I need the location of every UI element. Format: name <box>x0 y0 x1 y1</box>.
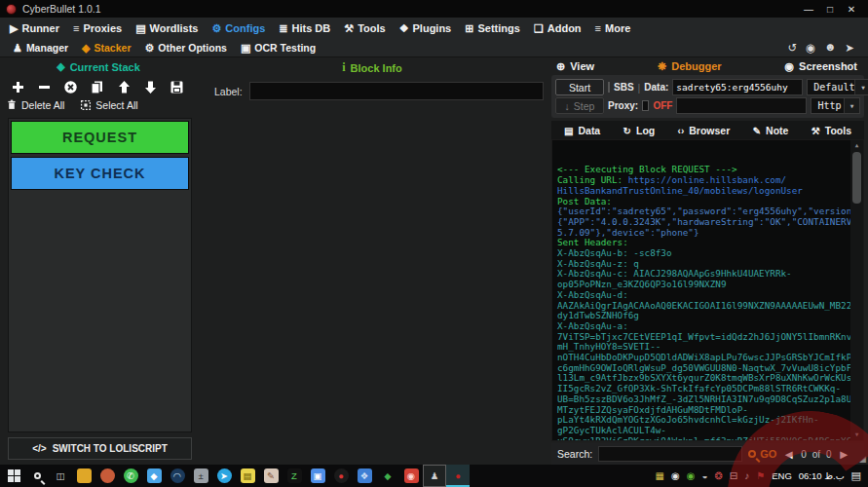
scrollbar-thumb[interactable] <box>852 152 861 204</box>
telegram[interactable]: ➤ <box>212 465 236 487</box>
next-match-button[interactable]: ► <box>838 447 850 462</box>
stack-block-list[interactable]: REQUESTKEY CHECK <box>8 118 192 432</box>
debugger-log[interactable]: <--- Executing Block REQUEST --->Calling… <box>551 139 864 441</box>
file-explorer[interactable] <box>72 465 95 487</box>
tray-updater-icon[interactable]: ◒ <box>701 470 707 481</box>
submenu-item-stacker[interactable]: ◈Stacker <box>75 39 137 56</box>
menu-item-hits-db[interactable]: ≣Hits DB <box>272 18 337 39</box>
tray-grid-icon[interactable]: ▦ <box>655 470 663 481</box>
taskbar-search[interactable] <box>25 465 49 487</box>
search-input[interactable] <box>598 446 742 462</box>
telegram-icon[interactable]: ➤ <box>845 41 854 55</box>
menu-item-more[interactable]: ≡More <box>588 18 638 39</box>
clear-blocks-icon[interactable] <box>62 79 79 94</box>
camera-icon[interactable]: ◉ <box>806 41 815 55</box>
tray-eye-icon[interactable]: ◉ <box>671 470 680 481</box>
proxy-type-dropdown[interactable]: Http ▼ <box>811 97 860 114</box>
screenshot-tab[interactable]: ◉Screenshot <box>784 60 857 73</box>
close-button[interactable]: ✕ <box>841 1 862 17</box>
cyberbullet-app[interactable]: ● <box>446 465 470 487</box>
tray-swirl-icon[interactable]: ❂ <box>714 470 722 481</box>
step-arrow-icon: ↓ <box>565 100 570 112</box>
sbs-checkbox[interactable] <box>608 82 610 93</box>
search-go-button[interactable]: GO <box>748 448 776 460</box>
menu-item-proxies[interactable]: ≡Proxies <box>66 18 129 39</box>
move-up-icon[interactable] <box>116 79 132 94</box>
stack-block-request[interactable]: REQUEST <box>11 121 189 154</box>
minimize-button[interactable]: — <box>798 1 819 17</box>
tab-data[interactable]: ▤Data <box>564 125 600 136</box>
prev-match-button[interactable]: ◄ <box>782 447 795 462</box>
menu-item-tools[interactable]: ⚒Tools <box>337 18 392 39</box>
app-gray[interactable]: ± <box>189 465 212 487</box>
wordlist-type-dropdown[interactable]: Default ▼ <box>807 79 868 95</box>
resize-grip[interactable]: ◢ <box>859 454 866 464</box>
log-segment: AAZAkAiQgrIAgACAAoAQ0EKACIGOAI16l99NXZN9… <box>557 300 864 311</box>
data-input[interactable] <box>672 79 803 95</box>
start-button[interactable]: Start <box>555 79 604 95</box>
tab-log[interactable]: ↻Log <box>623 125 656 136</box>
notes-app[interactable]: ▤ <box>236 465 259 487</box>
menu-item-addon[interactable]: ❑Addon <box>527 18 588 39</box>
whatsapp[interactable]: ✆ <box>119 465 142 487</box>
taskbar: ◫✆◆◠±➤▤✎Z▣●❖◆◉♟● ▦◉◉◒❂⊟♪⚑ ENG 06:10 ب.ظ … <box>0 465 868 487</box>
sbs-label: SBS <box>614 82 634 93</box>
add-block-icon[interactable] <box>10 79 26 94</box>
menu-item-settings[interactable]: ⊞Settings <box>458 18 527 39</box>
history-icon[interactable]: ↺ <box>788 41 798 55</box>
tray-flag-icon[interactable]: ⚑ <box>756 470 765 481</box>
scroll-down-icon[interactable]: ▼ <box>855 430 859 440</box>
app-blue-gem[interactable]: ◆ <box>142 465 166 487</box>
menu-item-runner[interactable]: ▶Runner <box>3 18 66 39</box>
browser-app[interactable] <box>95 465 119 487</box>
step-button[interactable]: ↓ Step <box>555 97 604 114</box>
stack-block-key-check[interactable]: KEY CHECK <box>11 157 189 190</box>
delete-all-button[interactable]: Delete All <box>6 98 64 111</box>
clock[interactable]: 06:10 ب.ظ <box>799 470 845 481</box>
document-icon: ▤ <box>564 126 573 136</box>
menu-item-plugins[interactable]: ❖Plugins <box>393 18 459 39</box>
start-button[interactable] <box>2 465 25 487</box>
proxies-icon: ≡ <box>73 22 79 34</box>
recorder[interactable]: ● <box>329 465 353 487</box>
proxy-checkbox[interactable] <box>642 100 649 111</box>
maximize-button[interactable]: □ <box>819 1 841 17</box>
clone-block-icon[interactable] <box>89 79 105 94</box>
tab-note[interactable]: ✎Note <box>753 125 789 136</box>
view-tab[interactable]: ⊕View <box>556 60 594 73</box>
submenu-item-other-options[interactable]: ⚙Other Options <box>137 39 233 56</box>
discord-icon[interactable]: ☻ <box>824 41 836 55</box>
debugger-tab[interactable]: ❋Debugger <box>658 60 722 73</box>
pycharm[interactable]: Z <box>283 465 306 487</box>
steam[interactable]: ◠ <box>166 465 189 487</box>
network-icon[interactable]: ⊟ <box>730 470 737 481</box>
proxy-input[interactable] <box>676 97 807 114</box>
menu-item-configs[interactable]: ⚙Configs <box>205 18 272 39</box>
puzzle-app[interactable]: ❖ <box>353 465 376 487</box>
diamond-green-app[interactable]: ◆ <box>376 465 399 487</box>
pycharm-icon: Z <box>287 468 302 483</box>
submenu-item-ocr-testing[interactable]: ▣OCR Testing <box>234 39 322 56</box>
tab-browser[interactable]: ‹›Browser <box>678 125 731 136</box>
app-red[interactable]: ◉ <box>399 465 423 487</box>
move-down-icon[interactable] <box>142 79 159 94</box>
select-all-button[interactable]: Select All <box>80 99 137 111</box>
switch-to-loliscript-button[interactable]: </> SWITCH TO LOLISCRIPT <box>8 437 192 460</box>
submenu-item-manager[interactable]: ♟Manager <box>6 39 75 56</box>
notification-center-icon[interactable]: ▤ <box>851 469 861 482</box>
tab-tools[interactable]: ⚒Tools <box>811 125 851 136</box>
stack-panel-title: Current Stack <box>70 61 140 73</box>
paint-app[interactable]: ✎ <box>259 465 283 487</box>
tray-gpu-icon[interactable]: ◉ <box>687 470 696 481</box>
volume-icon[interactable]: ♪ <box>744 470 749 481</box>
save-stack-icon[interactable] <box>169 79 185 94</box>
user-manager-app[interactable]: ♟ <box>423 465 446 487</box>
block-label-input[interactable] <box>249 82 544 100</box>
menu-item-wordlists[interactable]: ▤Wordlists <box>129 18 205 39</box>
app-blue[interactable]: ▣ <box>306 465 329 487</box>
language-indicator[interactable]: ENG <box>772 470 792 481</box>
log-scrollbar[interactable]: ▲ ▼ <box>850 140 863 440</box>
task-view[interactable]: ◫ <box>49 465 72 487</box>
remove-block-icon[interactable] <box>36 79 53 94</box>
scroll-up-icon[interactable]: ▲ <box>855 140 859 151</box>
